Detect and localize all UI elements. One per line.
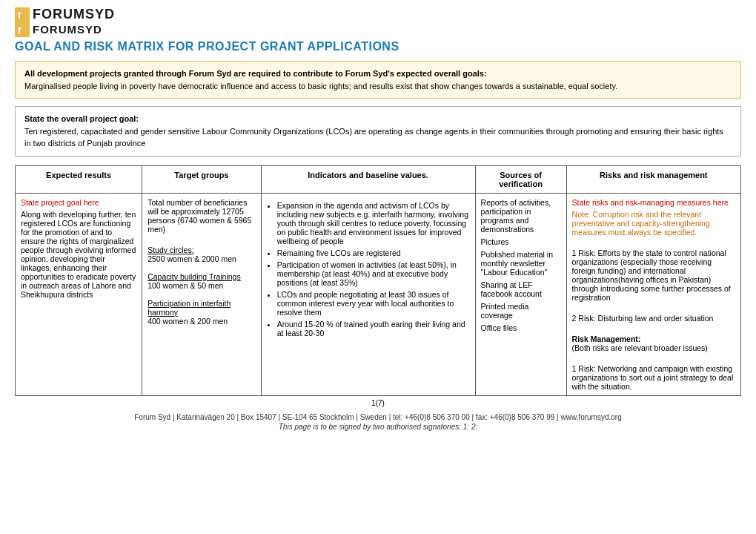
footer: Forum Syd | Katarinavägen 20 | Box 15407… [15, 413, 741, 431]
source-2: Pictures [481, 237, 561, 246]
svg-text:f: f [18, 10, 21, 21]
page-number: 1(7) [15, 399, 741, 407]
yellow-info-box: All development projects granted through… [15, 61, 741, 99]
target-capacity: Capacity building Trainings 100 women & … [147, 272, 255, 290]
cell-indicators: Expansion in the agenda and activism of … [261, 193, 475, 395]
indicator-item-1: Expansion in the agenda and activism of … [277, 201, 470, 245]
page-title: GOAL AND RISK MATRIX FOR PROJECT GRANT A… [15, 40, 741, 53]
logo-row-2: f FORUMSYD [15, 22, 741, 37]
footer-address: Forum Syd | Katarinavägen 20 | Box 15407… [15, 413, 741, 421]
goal-box: State the overall project goal: Ten regi… [15, 106, 741, 156]
svg-text:f: f [18, 24, 21, 36]
risks-risk3: 1 Risk: Networking and campaign with exi… [572, 364, 735, 391]
risks-mgmt-label-text: Risk Management: [572, 334, 641, 343]
target-study-body: 2500 women & 2000 men [147, 254, 236, 263]
goal-label: State the overall project goal: [24, 114, 139, 123]
yellow-box-body: Marginalised people living in poverty ha… [24, 82, 617, 90]
risks-risk1: 1 Risk: Efforts by the state to control … [572, 248, 735, 302]
logo-text-1: FORUMSYD [33, 7, 115, 22]
table-row: State project goal here Along with devel… [16, 193, 741, 395]
indicators-list: Expansion in the agenda and activism of … [267, 201, 470, 337]
risks-orange-note: Note: Corruption risk and the relevant p… [572, 210, 735, 237]
risks-risk2: 2 Risk: Disturbing law and order situati… [572, 314, 735, 323]
table-header-row: Expected results Target groups Indicator… [16, 165, 741, 193]
source-1: Reports of activities, participation in … [481, 198, 561, 234]
expected-red-text: State project goal here [21, 198, 136, 207]
cell-target: Total number of beneficiaries will be ap… [142, 193, 261, 395]
cell-sources: Reports of activities, participation in … [475, 193, 566, 395]
logo-text-2: FORUMSYD [33, 24, 102, 36]
source-5: Printed media coverage [481, 302, 561, 320]
source-6: Office files [481, 323, 561, 332]
expected-body: Along with developing further, ten regis… [21, 210, 136, 299]
footer-sign-num: 2: [471, 423, 477, 431]
header-indicators: Indicators and baseline values. [261, 165, 475, 193]
risks-red-heading: State risks and risk-managing measures h… [572, 198, 735, 207]
target-participation-label: Participation in interfaith harmony [147, 299, 231, 317]
indicator-item-4: LCOs and people negotiating at least 30 … [277, 290, 470, 317]
indicator-item-2: Remaining five LCOs are registered [277, 248, 470, 257]
target-study: Study circles: 2500 women & 2000 men [147, 245, 255, 263]
target-intro: Total number of beneficiaries will be ap… [147, 198, 255, 234]
yellow-box-bold: All development projects granted through… [24, 69, 487, 78]
header-risks: Risks and risk management [566, 165, 740, 193]
source-3: Published material in monthly newsletter… [481, 250, 561, 277]
risks-mgmt-label: Risk Management: [572, 334, 735, 343]
target-participation: Participation in interfaith harmony 400 … [147, 299, 255, 326]
header-target: Target groups [142, 165, 261, 193]
cell-expected: State project goal here Along with devel… [16, 193, 142, 395]
source-4: Sharing at LEF facebook account [481, 280, 561, 298]
main-table: Expected results Target groups Indicator… [15, 165, 741, 396]
logo-row-1: f FORUMSYD [15, 7, 741, 22]
risks-mgmt-body: (Both risks are relevant broader issues) [572, 343, 735, 352]
target-capacity-body: 100 women & 50 men [147, 281, 223, 290]
header-sources: Sources of verification [475, 165, 566, 193]
target-participation-body: 400 women & 200 men [147, 317, 228, 326]
header-expected: Expected results [16, 165, 142, 193]
target-capacity-label: Capacity building Trainings [147, 272, 241, 281]
logo-icon-1: f [15, 7, 30, 22]
logo-icon-2: f [15, 22, 30, 37]
goal-text: Ten registered, capacitated and gender s… [24, 127, 723, 148]
indicator-item-3: Participation of women in activities (at… [277, 260, 470, 287]
footer-sign-text: This page is to be signed by two authori… [279, 423, 469, 431]
cell-risks: State risks and risk-managing measures h… [566, 193, 740, 395]
header-logos: f FORUMSYD f FORUMSYD [15, 7, 741, 37]
footer-signature: This page is to be signed by two authori… [15, 423, 741, 431]
target-study-label: Study circles: [147, 245, 193, 254]
indicator-item-5: Around 15-20 % of trained youth earing t… [277, 320, 470, 337]
